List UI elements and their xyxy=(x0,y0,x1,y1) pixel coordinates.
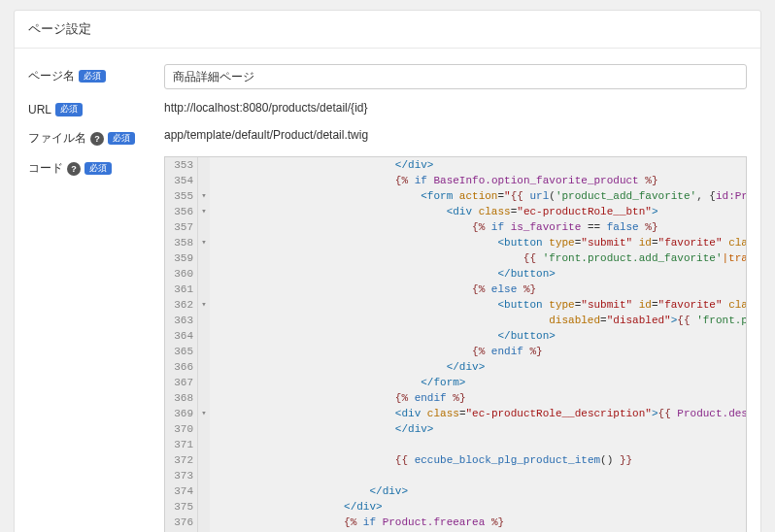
gutter-line-number: 359 xyxy=(165,250,198,266)
fold-toggle-icon xyxy=(198,219,210,235)
row-page-name: ページ名 必須 xyxy=(28,64,747,89)
code-content[interactable]: {% endif %} xyxy=(210,344,543,359)
code-line[interactable]: 358▾ <button type="submit" id="favorite"… xyxy=(165,235,746,250)
gutter-line-number: 358 xyxy=(165,235,198,250)
code-line[interactable]: 369▾ <div class="ec-productRole__descrip… xyxy=(165,406,746,421)
code-line[interactable]: 353 </div> xyxy=(165,157,746,173)
code-content[interactable]: </div> xyxy=(210,499,383,515)
code-line[interactable]: 354 {% if BaseInfo.option_favorite_produ… xyxy=(165,173,746,188)
code-content[interactable]: {% if BaseInfo.option_favorite_product %… xyxy=(210,173,658,188)
fold-toggle-icon[interactable]: ▾ xyxy=(198,235,210,250)
code-line[interactable]: 373 xyxy=(165,468,746,483)
code-line[interactable]: 361 {% else %} xyxy=(165,282,746,297)
fold-toggle-icon xyxy=(198,421,210,437)
fold-toggle-icon xyxy=(198,359,210,375)
code-line[interactable]: 359 {{ 'front.product.add_favorite'|tran… xyxy=(165,250,746,266)
code-line[interactable]: 357 {% if is_favorite == false %} xyxy=(165,219,746,235)
code-content[interactable]: </button> xyxy=(210,266,556,282)
code-content[interactable]: {% if is_favorite == false %} xyxy=(210,219,658,235)
code-line[interactable]: 371 xyxy=(165,437,746,452)
code-editor[interactable]: 353 </div>354 {% if BaseInfo.option_favo… xyxy=(164,156,747,532)
gutter-line-number: 363 xyxy=(165,313,198,328)
gutter-line-number: 370 xyxy=(165,421,198,437)
code-line[interactable]: 365 {% endif %} xyxy=(165,344,746,359)
code-line[interactable]: 376 {% if Product.freearea %} xyxy=(165,515,746,530)
code-content[interactable]: <div class="ec-productRole__description"… xyxy=(210,406,747,421)
help-icon[interactable]: ? xyxy=(67,162,81,176)
code-line[interactable]: 356▾ <div class="ec-productRole__btn"> xyxy=(165,204,746,219)
gutter-line-number: 362 xyxy=(165,297,198,313)
code-content[interactable]: {{ eccube_block_plg_product_item() }} xyxy=(210,452,632,468)
page-name-input[interactable] xyxy=(164,64,747,89)
code-content[interactable]: {% endif %} xyxy=(210,390,465,406)
code-line[interactable]: 355▾ <form action="{{ url('product_add_f… xyxy=(165,188,746,204)
code-line[interactable]: 374 </div> xyxy=(165,483,746,499)
code-line[interactable]: 364 </button> xyxy=(165,328,746,344)
row-url: URL 必須 http://localhost:8080/products/de… xyxy=(28,99,747,116)
gutter-line-number: 367 xyxy=(165,375,198,390)
code-content[interactable]: </div> xyxy=(210,157,433,173)
required-badge: 必須 xyxy=(79,70,106,83)
fold-toggle-icon[interactable]: ▾ xyxy=(198,297,210,313)
code-content[interactable] xyxy=(210,437,216,452)
gutter-line-number: 360 xyxy=(165,266,198,282)
code-content[interactable]: </button> xyxy=(210,328,556,344)
required-badge: 必須 xyxy=(108,132,135,146)
code-content[interactable]: </div> xyxy=(210,359,485,375)
fold-toggle-icon xyxy=(198,250,210,266)
gutter-line-number: 368 xyxy=(165,390,198,406)
gutter-line-number: 373 xyxy=(165,468,198,483)
code-line[interactable]: 367 </form> xyxy=(165,375,746,390)
code-line[interactable]: 360 </button> xyxy=(165,266,746,282)
code-content[interactable] xyxy=(210,468,216,483)
fold-toggle-icon xyxy=(198,266,210,282)
fold-toggle-icon[interactable]: ▾ xyxy=(198,406,210,421)
label-page-name: ページ名 必須 xyxy=(28,64,164,84)
fold-toggle-icon[interactable]: ▾ xyxy=(198,188,210,204)
fold-toggle-icon xyxy=(198,328,210,344)
gutter-line-number: 365 xyxy=(165,344,198,359)
gutter-line-number: 364 xyxy=(165,328,198,344)
code-content[interactable]: </div> xyxy=(210,483,408,499)
code-content[interactable]: </form> xyxy=(210,375,465,390)
fold-toggle-icon xyxy=(198,499,210,515)
page-settings-panel: ページ設定 ページ名 必須 URL 必須 http://localhost:80… xyxy=(14,10,761,532)
code-line[interactable]: 372 {{ eccube_block_plg_product_item() }… xyxy=(165,452,746,468)
code-content[interactable]: disabled="disabled">{{ 'front.product.ad… xyxy=(210,313,747,328)
label-code: コード ? 必須 xyxy=(28,156,164,177)
fold-toggle-icon xyxy=(198,483,210,499)
file-name-value: app/template/default/Product/detail.twig xyxy=(164,126,747,144)
code-line[interactable]: 370 </div> xyxy=(165,421,746,437)
gutter-line-number: 372 xyxy=(165,452,198,468)
fold-toggle-icon[interactable]: ▾ xyxy=(198,204,210,219)
gutter-line-number: 366 xyxy=(165,359,198,375)
code-line[interactable]: 363 disabled="disabled">{{ 'front.produc… xyxy=(165,313,746,328)
code-line[interactable]: 368 {% endif %} xyxy=(165,390,746,406)
fold-toggle-icon xyxy=(198,390,210,406)
code-content[interactable]: </div> xyxy=(210,421,433,437)
fold-toggle-icon xyxy=(198,515,210,530)
code-content[interactable]: <button type="submit" id="favorite" clas… xyxy=(210,235,747,250)
label-page-name-text: ページ名 xyxy=(28,68,75,84)
code-line[interactable]: 362▾ <button type="submit" id="favorite"… xyxy=(165,297,746,313)
code-content[interactable]: {% if Product.freearea %} xyxy=(210,515,504,530)
code-content[interactable]: {{ 'front.product.add_favorite'|trans }} xyxy=(210,250,747,266)
gutter-line-number: 354 xyxy=(165,173,198,188)
fold-toggle-icon xyxy=(198,452,210,468)
fold-toggle-icon xyxy=(198,468,210,483)
code-content[interactable]: <form action="{{ url('product_add_favori… xyxy=(210,188,747,204)
help-icon[interactable]: ? xyxy=(90,132,104,146)
code-content[interactable]: {% else %} xyxy=(210,282,536,297)
code-content[interactable]: <button type="submit" id="favorite" clas… xyxy=(210,297,747,313)
code-content[interactable]: <div class="ec-productRole__btn"> xyxy=(210,204,658,219)
row-file-name: ファイル名 ? 必須 app/template/default/Product/… xyxy=(28,126,747,147)
fold-toggle-icon xyxy=(198,375,210,390)
code-line[interactable]: 375 </div> xyxy=(165,499,746,515)
code-line[interactable]: 366 </div> xyxy=(165,359,746,375)
gutter-line-number: 357 xyxy=(165,219,198,235)
gutter-line-number: 355 xyxy=(165,188,198,204)
fold-toggle-icon xyxy=(198,282,210,297)
page-settings-body: ページ名 必須 URL 必須 http://localhost:8080/pro… xyxy=(15,49,760,532)
gutter-line-number: 356 xyxy=(165,204,198,219)
label-file-name: ファイル名 ? 必須 xyxy=(28,126,164,147)
